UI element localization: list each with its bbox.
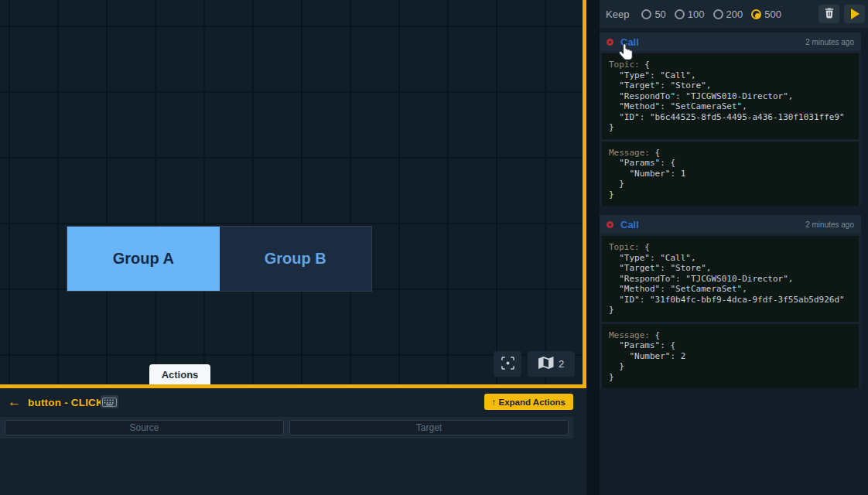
entry-type-label: Call	[620, 36, 639, 48]
keyboard-icon	[101, 395, 118, 408]
tab-actions[interactable]: Actions	[149, 364, 210, 384]
entry-timestamp: 2 minutes ago	[805, 38, 854, 46]
minimap-button[interactable]: 2	[528, 351, 575, 377]
group-button-container: Group A Group B	[67, 226, 372, 292]
target-input[interactable]	[289, 420, 569, 435]
entry-type-label: Call	[620, 219, 639, 230]
topic-json-block: Topic: { "Type": "Call", "Target": "Stor…	[602, 53, 859, 139]
group-b-button[interactable]: Group B	[220, 227, 372, 291]
call-status-icon	[607, 221, 613, 228]
source-input[interactable]	[5, 420, 284, 435]
play-icon	[851, 9, 859, 19]
keep-option-100[interactable]: 100	[675, 9, 705, 20]
map-icon	[538, 357, 554, 371]
back-arrow-button[interactable]: ←	[8, 394, 21, 410]
radio-icon	[713, 9, 723, 19]
call-status-icon	[607, 39, 613, 46]
action-editor-panel: ← button - CLICK ↑ Expand Actions	[0, 388, 586, 495]
radio-icon	[751, 9, 761, 19]
group-a-button[interactable]: Group A	[67, 227, 220, 291]
fit-to-screen-icon	[501, 357, 514, 372]
keep-option-500[interactable]: 500	[751, 9, 781, 20]
topic-json-block: Topic: { "Type": "Call", "Target": "Stor…	[602, 236, 859, 322]
keep-label: Keep	[606, 9, 629, 20]
replay-button[interactable]	[844, 5, 865, 23]
entry-timestamp: 2 minutes ago	[805, 220, 854, 229]
source-target-bar	[0, 417, 573, 439]
message-entry-list: Call 2 minutes ago Topic: { "Type": "Cal…	[600, 28, 868, 388]
message-entry-header[interactable]: Call 2 minutes ago	[600, 215, 861, 234]
clear-log-button[interactable]	[818, 5, 839, 23]
action-editor-title: button - CLICK	[28, 397, 104, 408]
stage-canvas[interactable]: Group A Group B 2	[0, 0, 586, 388]
keep-toolbar: Keep 50 100 200 500	[600, 0, 868, 28]
message-entry-header[interactable]: Call 2 minutes ago	[600, 32, 861, 51]
expand-actions-button[interactable]: ↑ Expand Actions	[484, 394, 573, 410]
minimap-count: 2	[559, 358, 564, 370]
fit-to-screen-button[interactable]	[494, 351, 521, 377]
trash-icon	[824, 7, 835, 22]
message-log-panel: Keep 50 100 200 500	[600, 0, 868, 495]
message-entry: Call 2 minutes ago Topic: { "Type": "Cal…	[600, 215, 861, 388]
keep-option-200[interactable]: 200	[713, 9, 743, 20]
radio-icon	[641, 9, 651, 19]
keep-option-50[interactable]: 50	[641, 9, 665, 20]
message-json-block: Message: { "Params": { "Number": 1 } }	[602, 142, 859, 207]
message-entry: Call 2 minutes ago Topic: { "Type": "Cal…	[600, 32, 861, 206]
radio-icon	[675, 9, 685, 19]
message-json-block: Message: { "Params": { "Number": 2 } }	[602, 324, 859, 389]
